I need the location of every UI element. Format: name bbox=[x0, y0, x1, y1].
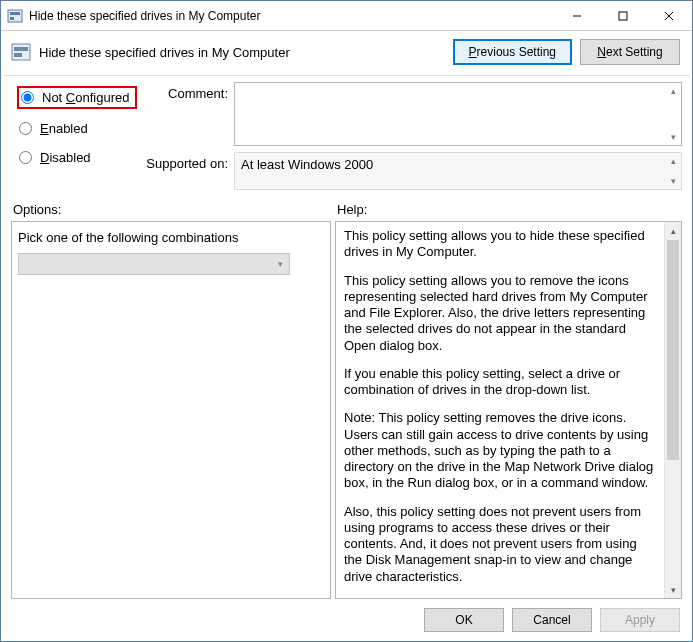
combinations-dropdown[interactable]: ▾ bbox=[18, 253, 290, 275]
svg-rect-8 bbox=[14, 47, 28, 51]
supported-value: At least Windows 2000 bbox=[241, 157, 373, 172]
comment-scroll: ▴ ▾ bbox=[665, 83, 681, 145]
radio-disabled-input[interactable] bbox=[19, 151, 32, 164]
options-panel: Pick one of the following combinations ▾ bbox=[11, 221, 331, 599]
maximize-icon bbox=[618, 11, 628, 21]
radio-enabled[interactable]: Enabled bbox=[17, 119, 137, 138]
svg-rect-9 bbox=[14, 53, 22, 57]
section-labels: Options: Help: bbox=[1, 192, 692, 221]
help-scrollbar[interactable]: ▴ ▾ bbox=[664, 222, 681, 598]
cancel-button[interactable]: Cancel bbox=[512, 608, 592, 632]
scroll-down-icon[interactable]: ▾ bbox=[665, 173, 681, 189]
apply-button[interactable]: Apply bbox=[600, 608, 680, 632]
supported-scroll: ▴ ▾ bbox=[665, 153, 681, 189]
window-controls bbox=[554, 1, 692, 30]
minimize-icon bbox=[572, 11, 582, 21]
dialog-footer: OK Cancel Apply bbox=[1, 599, 692, 641]
next-setting-button[interactable]: Next Setting bbox=[580, 39, 680, 65]
supported-value-box: At least Windows 2000 ▴ ▾ bbox=[234, 152, 682, 190]
fields-column: Comment: ▴ ▾ Supported on: At least Wind… bbox=[143, 82, 682, 190]
minimize-button[interactable] bbox=[554, 1, 600, 30]
scroll-up-icon[interactable]: ▴ bbox=[665, 222, 681, 239]
state-radios: Not Configured Enabled Disabled bbox=[17, 82, 137, 190]
scrollbar-thumb[interactable] bbox=[667, 240, 679, 460]
svg-rect-1 bbox=[10, 12, 20, 15]
radio-disabled[interactable]: Disabled bbox=[17, 148, 137, 167]
maximize-button[interactable] bbox=[600, 1, 646, 30]
svg-rect-4 bbox=[619, 12, 627, 20]
comment-label: Comment: bbox=[143, 82, 228, 101]
scroll-up-icon[interactable]: ▴ bbox=[665, 83, 681, 99]
svg-rect-2 bbox=[10, 17, 14, 20]
ok-button[interactable]: OK bbox=[424, 608, 504, 632]
scroll-up-icon[interactable]: ▴ bbox=[665, 153, 681, 169]
help-paragraph: Also, this policy setting does not preve… bbox=[344, 504, 656, 585]
close-icon bbox=[664, 11, 674, 21]
help-paragraph: This policy setting allows you to hide t… bbox=[344, 228, 656, 261]
supported-row: Supported on: At least Windows 2000 ▴ ▾ bbox=[143, 152, 682, 190]
comment-row: Comment: ▴ ▾ bbox=[143, 82, 682, 146]
radio-enabled-input[interactable] bbox=[19, 122, 32, 135]
header-row: Hide these specified drives in My Comput… bbox=[1, 31, 692, 75]
help-label: Help: bbox=[337, 202, 680, 217]
window-title: Hide these specified drives in My Comput… bbox=[29, 9, 554, 23]
scroll-down-icon[interactable]: ▾ bbox=[665, 581, 681, 598]
app-icon bbox=[7, 8, 23, 24]
help-panel: This policy setting allows you to hide t… bbox=[335, 221, 682, 599]
policy-title: Hide these specified drives in My Comput… bbox=[39, 45, 445, 60]
titlebar: Hide these specified drives in My Comput… bbox=[1, 1, 692, 31]
options-text: Pick one of the following combinations bbox=[18, 230, 324, 245]
dialog-window: Hide these specified drives in My Comput… bbox=[0, 0, 693, 642]
panels: Pick one of the following combinations ▾… bbox=[1, 221, 692, 599]
comment-input[interactable]: ▴ ▾ bbox=[234, 82, 682, 146]
help-paragraph: If you enable this policy setting, selec… bbox=[344, 366, 656, 399]
svg-rect-7 bbox=[12, 44, 30, 60]
radio-not-configured-input[interactable] bbox=[21, 91, 34, 104]
help-paragraph: This policy setting allows you to remove… bbox=[344, 273, 656, 354]
close-button[interactable] bbox=[646, 1, 692, 30]
radio-not-configured[interactable]: Not Configured bbox=[17, 86, 137, 109]
supported-label: Supported on: bbox=[143, 152, 228, 171]
scroll-down-icon[interactable]: ▾ bbox=[665, 129, 681, 145]
chevron-down-icon: ▾ bbox=[278, 259, 283, 269]
svg-rect-0 bbox=[8, 10, 22, 22]
options-label: Options: bbox=[13, 202, 337, 217]
previous-setting-button[interactable]: Previous Setting bbox=[453, 39, 572, 65]
config-area: Not Configured Enabled Disabled Comment:… bbox=[1, 76, 692, 192]
policy-icon bbox=[11, 42, 31, 62]
help-content: This policy setting allows you to hide t… bbox=[336, 222, 664, 598]
help-paragraph: Note: This policy setting removes the dr… bbox=[344, 410, 656, 491]
